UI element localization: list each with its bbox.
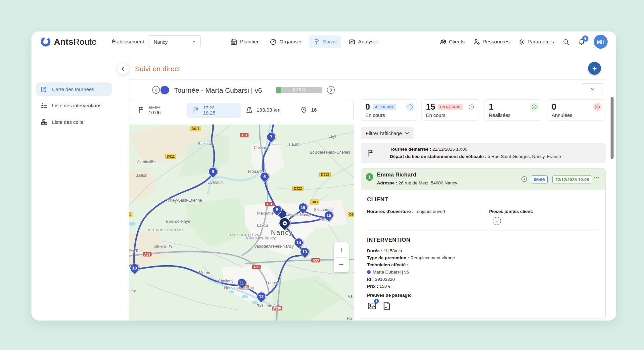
tour-start-line: Tournée démarrée : 22/12/2025 10:06: [390, 147, 467, 152]
stop-detail-card: 1 Emma Richard Adresse : 26 rue de Metz,…: [361, 168, 606, 319]
map-label: Ro: [347, 316, 352, 321]
notifications-button[interactable]: 6: [578, 38, 585, 45]
map-label: Maron: [199, 271, 210, 275]
map-marker-7[interactable]: 7: [265, 130, 277, 143]
zoom-out-button[interactable]: −: [334, 258, 349, 273]
client-attachments-label: Pièces jointes client:: [489, 209, 533, 214]
locate-stop-button[interactable]: [521, 175, 528, 183]
tab-planifier[interactable]: Planifier: [226, 35, 262, 48]
sidebar-item-liste-interventions[interactable]: Liste des interventions: [36, 99, 112, 112]
filter-display-button[interactable]: Filtrer l'affichage: [361, 127, 414, 139]
stat-card-top: 1: [489, 102, 493, 112]
panel-scrollbar[interactable]: [611, 97, 614, 159]
collapse-sidebar-button[interactable]: [117, 63, 129, 75]
sidebar-item-carte-tournees[interactable]: Carte des tournées: [36, 82, 112, 96]
flag-icon: [367, 149, 375, 157]
nav-parametres[interactable]: Paramètres: [518, 38, 554, 45]
chart-icon: [348, 38, 355, 45]
tab-planifier-label: Planifier: [240, 39, 258, 45]
search-icon: [563, 38, 570, 45]
next-tour-button[interactable]: [327, 86, 335, 94]
stat-value: 15: [426, 102, 435, 112]
end-planned: 17:22: [203, 105, 215, 110]
x-circle-icon: [593, 102, 602, 112]
app-window: AntsRoute Établissement Nancy Planifier …: [31, 31, 616, 321]
technician-label-line: Technicien affecté :: [367, 262, 408, 267]
stat-card-annulees: 0 Annulées: [547, 99, 605, 121]
proof-photo-button[interactable]: 1: [367, 301, 377, 311]
alert-circle-icon: [467, 102, 476, 112]
map-label: Ludres: [266, 280, 278, 285]
sidebar-item-liste-colis[interactable]: Liste des colis: [36, 115, 112, 128]
header-divider: [129, 79, 606, 80]
people-icon: [440, 38, 447, 45]
end-actual: 18:25: [203, 110, 215, 116]
map-marker-16[interactable]: 16: [297, 201, 309, 214]
add-attachment-button[interactable]: +: [493, 217, 501, 225]
technician-color-dot: [367, 270, 371, 274]
stat-label: En cours: [426, 112, 445, 118]
search-button[interactable]: [563, 38, 570, 45]
map-label: Nancy: [271, 229, 293, 236]
map-marker-10[interactable]: 10: [129, 262, 141, 274]
target-icon: [521, 175, 528, 183]
tab-analyser[interactable]: Analyser: [345, 35, 382, 48]
stop-header[interactable]: 1 Emma Richard Adresse : 26 rue de Metz,…: [361, 169, 605, 190]
close-panel-button[interactable]: ×: [582, 83, 603, 95]
logo[interactable]: AntsRoute: [40, 36, 97, 47]
chevron-down-icon: [405, 131, 409, 135]
sidebar-item-label: Liste des colis: [52, 119, 83, 125]
map-label: Frouard: [248, 169, 262, 174]
nav-clients[interactable]: Clients: [440, 38, 465, 45]
map-label: Custines: [254, 145, 269, 150]
stat-label: Réalisées: [489, 112, 511, 118]
intervention-section-heading: INTERVENTION: [367, 237, 410, 243]
gauge-icon: [270, 38, 277, 45]
map-label: A31: [240, 133, 249, 137]
map-label: A33: [311, 258, 320, 263]
signpost-icon: [313, 38, 320, 45]
map-marker-14[interactable]: 14: [292, 236, 305, 249]
map-label: D913: [319, 172, 331, 177]
road-icon: [245, 106, 253, 114]
establishment-label: Établissement: [112, 39, 144, 45]
checkered-flag-icon: [192, 106, 200, 114]
map-label: Villey-Saint-Étienne: [167, 198, 202, 203]
map-overlay: D611D611D913D322D83D6D611A31A31A31A31A33…: [129, 125, 354, 321]
client-section-heading: CLIENT: [367, 196, 388, 203]
add-button[interactable]: +: [588, 62, 601, 75]
stop-address: Adresse : 26 rue de Metz, 54000 Nancy: [377, 180, 457, 185]
map-label: Faulx: [289, 142, 299, 147]
proof-signature-button[interactable]: [382, 301, 391, 311]
map-label: Maxéville: [257, 211, 274, 216]
map-label: Richardménil: [256, 304, 280, 308]
map-zoom-control: + −: [334, 242, 349, 272]
stat-value: 1: [489, 102, 493, 112]
spinner-icon: [405, 102, 415, 112]
logo-text: AntsRoute: [54, 37, 97, 47]
checklist-icon: [41, 102, 48, 109]
chevron-left-icon: [121, 67, 125, 71]
status-badge: À L'HEURE: [373, 104, 396, 110]
gear-icon: [518, 38, 525, 45]
stops-item: 16: [300, 100, 317, 120]
tour-map[interactable]: D611D611D913D322D83D6D611A31A31A31A31A33…: [129, 125, 354, 321]
map-label: D6: [348, 212, 354, 217]
previous-tour-button[interactable]: [152, 86, 160, 94]
establishment-select[interactable]: Nancy: [149, 35, 201, 48]
stop-menu-button[interactable]: ⋯: [593, 174, 600, 181]
map-label: D322: [292, 186, 303, 191]
nav-ressources[interactable]: Ressources: [473, 38, 510, 45]
map-marker-12[interactable]: 12: [255, 290, 267, 303]
map-label: Chaligny: [218, 279, 234, 283]
zoom-in-button[interactable]: +: [334, 242, 349, 257]
end-time-item: 17:22 18:25: [187, 103, 241, 118]
map-marker-9[interactable]: 9: [207, 165, 219, 178]
tour-start-info: Tournée démarrée : 22/12/2025 10:06 Dépa…: [361, 143, 606, 163]
user-avatar[interactable]: MH: [594, 35, 608, 49]
stops-value: 16: [311, 107, 317, 113]
start-time-item: 08:00 10:06: [137, 100, 161, 120]
tab-suivre[interactable]: Suivre: [309, 35, 341, 48]
stop-client-name: Emma Richard: [377, 172, 416, 178]
tab-organiser[interactable]: Organiser: [266, 35, 306, 48]
